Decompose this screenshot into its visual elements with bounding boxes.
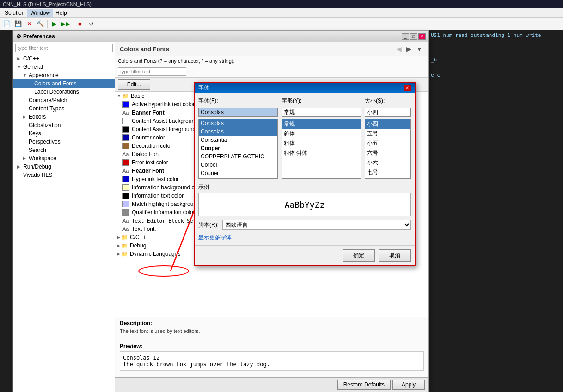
style-item-italic[interactable]: 斜体 [282,129,361,139]
toolbar-close[interactable]: ✕ [24,19,34,29]
script-select[interactable]: 西欧语言 [222,220,411,230]
preview-label: Preview: [120,343,424,350]
style-item-bold[interactable]: 粗体 [282,139,361,148]
toolbar-stop[interactable]: ■ [75,19,85,29]
code-line-2: _b [431,57,561,63]
font-ok-button[interactable]: 确定 [343,249,375,262]
font-name-list-col: Consolas Consolas Constantia Cooper COPP… [198,119,278,179]
font-item-copperplate[interactable]: COPPERPLATE GOTHIC [199,152,277,161]
toolbar-run2[interactable]: ▶▶ [61,19,71,29]
nav-forward-button[interactable]: ▶ [405,45,413,53]
font-icon-block: Aa [122,217,129,224]
main-container: ⚙ Preferences _ □ ✕ ▶ C/C++ [0,30,563,392]
tree-item-rundebug[interactable]: ▶ Run/Debug [13,163,115,171]
tree-filter-input[interactable] [15,44,113,52]
style-item-normal[interactable]: 常规 [282,119,361,129]
edit-button[interactable]: Edit... [118,79,150,90]
folder-icon-debug: 📁 [122,243,128,249]
font-style-list-col: 常规 斜体 粗体 粗体 斜体 [282,119,361,179]
font-icon-dialog: Aa [122,151,129,157]
menu-solution[interactable]: Solution [2,9,27,17]
description-label: Description: [120,320,424,326]
bottom-buttons: Restore Defaults Apply [115,377,428,392]
tree-item-editors[interactable]: ▶ Editors [13,113,115,121]
font-item-courier[interactable]: Courier [199,169,277,177]
font-size-input[interactable] [365,108,411,117]
more-fonts-link[interactable]: 显示更多字体 [198,234,411,241]
swatch-info-text [122,193,129,199]
font-dialog-close-button[interactable]: ✕ [404,85,411,91]
description-text: The text font is used by text editors. [120,328,424,334]
font-list[interactable]: Consolas Consolas Constantia Cooper COPP… [198,119,278,179]
preferences-tree: ▶ C/C++ ▼ General ▼ Appearance Colors an… [13,42,115,392]
size-item-xiao6[interactable]: 小六 [365,158,410,168]
font-item-courier-new[interactable]: Courier New [199,177,277,179]
menu-bar: Solution Window Help [0,8,563,18]
colors-filter-input[interactable] [118,67,186,76]
dialog-close-button[interactable]: ✕ [418,33,426,40]
toolbar-build[interactable]: 🔨 [35,19,45,29]
font-item-consolas-1[interactable]: Consolas [199,119,277,127]
menu-help[interactable]: Help [53,9,70,17]
toolbar-run[interactable]: ▶ [49,19,60,29]
tree-item-vivado[interactable]: Vivado HLS [13,171,115,179]
size-item-qi[interactable]: 七号 [365,168,410,177]
dialog-minimize-button[interactable]: _ [402,33,409,40]
size-label: 大小(S): [365,97,385,104]
tree-item-appearance[interactable]: ▼ Appearance [13,71,115,79]
size-list[interactable]: 小四 五号 小五 六号 小六 七号 八号 [365,119,411,179]
tree-item-content-types[interactable]: Content Types [13,104,115,113]
tree-item-globalization[interactable]: Globalization [13,121,115,129]
tree-arrow-general: ▼ [17,65,22,69]
font-item-constantia[interactable]: Constantia [199,136,277,144]
font-labels-row: 字体(F): 字形(Y): 大小(S): [198,97,411,106]
font-item-corbel[interactable]: Corbel [199,161,277,169]
size-item-wu[interactable]: 五号 [365,129,410,139]
tree-item-general[interactable]: ▼ General [13,63,115,71]
label-info-text: Information text color [132,193,184,199]
code-text [0,30,12,392]
toolbar-refresh[interactable]: ↺ [86,19,96,29]
apply-button[interactable]: Apply [392,380,425,390]
code-line-3: e_c [431,72,561,78]
nav-back-button[interactable]: ◀ [395,45,403,53]
tree-item-cpp[interactable]: ▶ C/C++ [13,54,115,63]
tree-item-compare[interactable]: Compare/Patch [13,96,115,104]
folder-expand-dynamic: ▶ [117,252,120,256]
tree-item-perspectives[interactable]: Perspectives [13,138,115,146]
preferences-dialog: ⚙ Preferences _ □ ✕ ▶ C/C++ [13,30,429,392]
menu-window[interactable]: Window [27,9,53,17]
tree-label-colors-fonts: Colors and Fonts [34,80,76,87]
font-name-input[interactable] [198,108,278,117]
font-item-consolas-2[interactable]: Consolas [199,127,277,136]
style-item-bold-italic[interactable]: 粗体 斜体 [282,148,361,158]
folder-expand-basic: ▼ [117,94,121,98]
filter-input-row [115,66,428,78]
tree-item-colors-fonts[interactable]: Colors and Fonts [13,79,115,88]
tree-label-appearance: Appearance [29,72,59,78]
tree-label-perspectives: Perspectives [29,139,61,145]
toolbar-save[interactable]: 💾 [13,19,23,29]
size-item-xiao4[interactable]: 小四 [365,119,410,129]
restore-defaults-button[interactable]: Restore Defaults [337,380,391,390]
style-list[interactable]: 常规 斜体 粗体 粗体 斜体 [282,119,361,179]
font-cancel-button[interactable]: 取消 [379,249,411,262]
swatch-error [122,159,129,166]
font-style-input[interactable] [282,108,361,117]
debug-folder-label: Debug [130,242,146,249]
size-item-xiao5[interactable]: 小五 [365,139,410,148]
toolbar-new[interactable]: 📄 [2,19,12,29]
nav-menu-button[interactable]: ▼ [415,45,424,53]
tree-item-workspace[interactable]: ▶ Workspace [13,154,115,163]
label-info-bg: Information background color [132,184,203,191]
tree-item-label-decorations[interactable]: Label Decorations [13,88,115,96]
size-item-ba[interactable]: 八号 [365,177,410,179]
tree-item-keys[interactable]: Keys [13,129,115,138]
dialog-maximize-button[interactable]: □ [410,33,417,40]
toolbar-separator-2 [73,20,73,28]
font-inputs-row [198,108,411,117]
label-decoration: Decoration color [132,143,172,149]
font-item-cooper[interactable]: Cooper [199,144,277,152]
tree-item-search[interactable]: Search [13,146,115,154]
size-item-liu[interactable]: 六号 [365,148,410,158]
